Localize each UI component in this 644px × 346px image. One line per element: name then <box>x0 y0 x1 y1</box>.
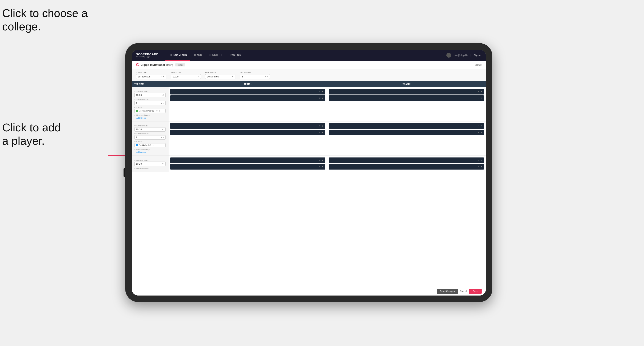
player-edit-5[interactable]: ▼ <box>322 125 324 127</box>
add-group-2[interactable]: + Add Group <box>134 151 166 153</box>
course-label-1: COURSE: <box>134 107 166 109</box>
starting-time-value-3[interactable]: 10:20 ⏱ <box>134 162 166 166</box>
tee-left-1: STARTING TIME: 10:00 ⏱ STARTING HOLE: 1 … <box>132 87 168 121</box>
player-x-4[interactable]: ✕ <box>478 97 480 99</box>
nav-tournaments[interactable]: TOURNAMENTS <box>165 50 190 61</box>
player-x-6[interactable]: ✕ <box>319 131 321 134</box>
nav-teams[interactable]: TEAMS <box>190 50 206 61</box>
course-icon-2 <box>136 144 138 146</box>
player-x-1[interactable]: ✕ <box>319 91 321 93</box>
tournament-title: Clippd Invitational <box>140 63 165 66</box>
starting-time-label-1: STARTING TIME: <box>134 91 166 93</box>
player-row-2-t2-2[interactable]: ✕ ▼ <box>329 130 484 135</box>
player-row-1-t2-1[interactable]: ✕ ▼ <box>329 89 484 94</box>
player-row-2-t1-2[interactable]: ✕ ▼ <box>170 130 325 135</box>
starting-hole-value-1[interactable]: 1 ▲▼ <box>134 101 166 105</box>
team1-col-2: ✕ ▼ ✕ ▼ <box>168 121 327 156</box>
player-x-5[interactable]: ✕ <box>319 125 321 127</box>
sign-out-link[interactable]: Sign out <box>474 54 482 56</box>
player-edit-2[interactable]: ▼ <box>322 97 324 99</box>
player-row-3-t1-2[interactable]: ✕ ▼ <box>170 164 325 170</box>
course-remove-2[interactable]: ✕ <box>153 144 154 146</box>
back-button[interactable]: ‹ Back <box>475 64 482 66</box>
intervals-group: Intervals 10 Minutes ▲▼ <box>205 71 236 79</box>
course-arrow-1: ▼ <box>159 110 160 112</box>
player-row-2-t2-1[interactable]: ✕ ▼ <box>329 123 484 129</box>
save-button[interactable]: Save <box>469 289 482 294</box>
player-row-1-t1-2[interactable]: ✕ ▼ <box>170 95 325 101</box>
add-icon-1: + <box>134 117 136 119</box>
player-x-8[interactable]: ✕ <box>478 131 480 134</box>
nav-right: blair@clippd.io | Sign out <box>446 53 482 58</box>
player-x-7[interactable]: ✕ <box>478 125 480 127</box>
starting-hole-value-2[interactable]: 1 ▲▼ <box>134 135 166 140</box>
player-edit-7[interactable]: ▼ <box>480 125 482 127</box>
starting-time-value-2[interactable]: 10:10 ⏱ <box>134 127 166 132</box>
team1-col-1: ✕ ▼ ✕ ▼ <box>168 87 327 121</box>
nav-rankings[interactable]: RANKINGS <box>226 50 246 61</box>
course-remove-1[interactable]: ✕ <box>156 110 158 112</box>
player-row-1-t1-1[interactable]: ✕ ▼ <box>170 89 325 94</box>
intervals-select[interactable]: 10 Minutes ▲▼ <box>205 74 236 79</box>
starting-time-label-3: STARTING TIME: <box>134 159 166 161</box>
player-edit-9[interactable]: ▼ <box>322 159 324 161</box>
course-label-2: COURSE: <box>134 141 166 143</box>
start-time-label: Start Time <box>170 71 201 73</box>
player-row-2-t1-1[interactable]: ✕ ▼ <box>170 123 325 129</box>
starting-hole-label-3: STARTING HOLE: <box>134 167 166 169</box>
player-x-2[interactable]: ✕ <box>319 97 321 99</box>
time-icon-2: ⏱ <box>162 128 164 131</box>
player-x-12[interactable]: ✕ <box>478 166 480 168</box>
starting-hole-label-1: STARTING HOLE: <box>134 99 166 101</box>
intervals-label: Intervals <box>205 71 236 73</box>
player-edit-3[interactable]: ▼ <box>480 91 482 93</box>
main-content[interactable]: STARTING TIME: 10:00 ⏱ STARTING HOLE: 1 … <box>132 87 486 287</box>
start-type-label: Start Type <box>136 71 166 73</box>
th-team2: Team 2 <box>327 81 486 87</box>
player-actions-1-t1-2: ✕ ▼ <box>319 97 324 99</box>
th-tee-time: Tee Time <box>132 81 168 87</box>
course-tag-1[interactable]: (A) Peachtree GC ✕ ▼ <box>134 109 166 113</box>
player-edit-12[interactable]: ▼ <box>480 166 482 168</box>
player-row-1-t2-2[interactable]: ✕ ▼ <box>329 95 484 101</box>
player-x-9[interactable]: ✕ <box>319 159 321 161</box>
nav-committee[interactable]: COMMITTEE <box>206 50 226 61</box>
player-x-10[interactable]: ✕ <box>319 166 321 168</box>
player-row-3-t2-2[interactable]: ✕ ▼ <box>329 164 484 170</box>
group-size-arrow: ▲▼ <box>264 76 268 78</box>
group-size-select[interactable]: 3 ▲▼ <box>240 74 270 79</box>
player-edit-1[interactable]: ▼ <box>322 91 324 93</box>
start-type-arrow: ▲▼ <box>161 76 164 78</box>
starting-time-value-1[interactable]: 10:00 ⏱ <box>134 93 166 97</box>
remove-group-2[interactable]: ○ Remove Group <box>134 148 166 151</box>
logo-sub: Powered by clippd <box>136 56 158 58</box>
tee-row-2: STARTING TIME: 10:10 ⏱ STARTING HOLE: 1 … <box>132 121 486 156</box>
start-type-select[interactable]: 1st Tee Start ▲▼ <box>136 74 166 79</box>
player-edit-4[interactable]: ▼ <box>480 97 482 99</box>
tournament-gender: (Men) <box>166 63 173 66</box>
player-actions-1-t2-1: ✕ ▼ <box>478 91 482 93</box>
player-edit-10[interactable]: ▼ <box>322 166 324 168</box>
hosting-badge: Hosting <box>175 63 185 66</box>
course-tag-2[interactable]: East Lake GC ✕ ▼ <box>134 143 166 147</box>
player-x-3[interactable]: ✕ <box>478 91 480 93</box>
footer-bar: Reset Changes Cancel Save <box>132 287 486 296</box>
player-row-3-t1-1[interactable]: ✕ ▼ <box>170 158 325 163</box>
cancel-button[interactable]: Cancel <box>460 290 467 293</box>
nav-bar: SCOREBOARD Powered by clippd TOURNAMENTS… <box>132 50 486 61</box>
start-time-input[interactable]: 10:00 ⏱ <box>170 74 201 79</box>
player-edit-11[interactable]: ▼ <box>480 159 482 161</box>
add-group-1[interactable]: + Add Group <box>134 117 166 119</box>
player-edit-6[interactable]: ▼ <box>322 131 324 134</box>
time-icon-3: ⏱ <box>162 163 164 165</box>
back-chevron: ‹ <box>475 64 476 66</box>
tee-left-3: STARTING TIME: 10:20 ⏱ STARTING HOLE: <box>132 156 168 172</box>
player-edit-8[interactable]: ▼ <box>480 131 482 134</box>
player-x-11[interactable]: ✕ <box>478 159 480 161</box>
tablet-frame: SCOREBOARD Powered by clippd TOURNAMENTS… <box>125 43 492 302</box>
reset-changes-button[interactable]: Reset Changes <box>437 289 458 294</box>
remove-group-1[interactable]: ○ Remove Group <box>134 114 166 116</box>
player-row-3-t2-1[interactable]: ✕ ▼ <box>329 158 484 163</box>
clock-icon: ⏱ <box>197 75 199 78</box>
nav-links: TOURNAMENTS TEAMS COMMITTEE RANKINGS <box>165 50 446 61</box>
